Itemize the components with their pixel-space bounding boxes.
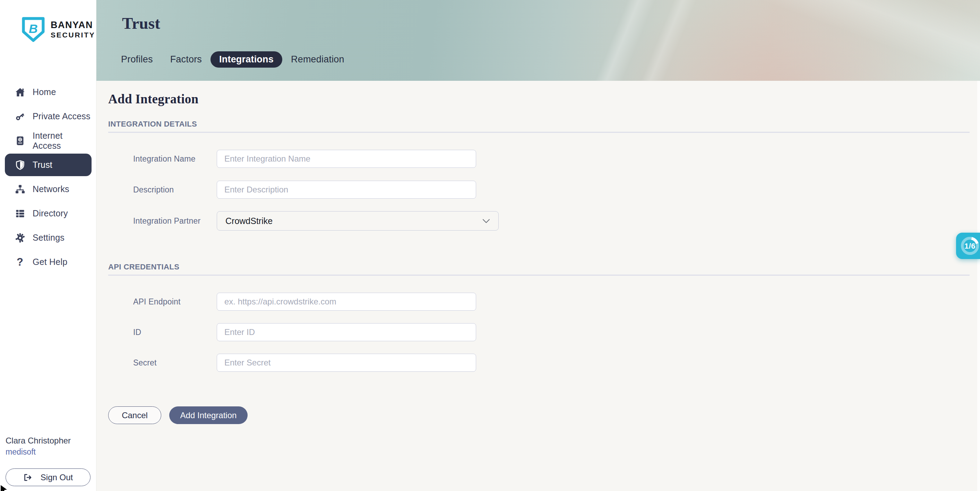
sidebar-nav: Home Private Access — [0, 81, 96, 275]
question-icon: ? — [14, 257, 25, 267]
sidebar-item-label: Home — [33, 87, 56, 97]
brand-line1: BANYAN — [51, 21, 95, 30]
sidebar-item-settings[interactable]: Settings — [5, 226, 92, 249]
integration-partner-selected-value: CrowdStrike — [225, 216, 272, 226]
section-heading-integration-details: INTEGRATION DETAILS — [108, 120, 970, 133]
integration-partner-select[interactable]: CrowdStrike — [217, 211, 499, 230]
sidebar-item-directory[interactable]: Directory — [5, 202, 92, 225]
tour-progress-badge[interactable]: 1/6 — [956, 233, 980, 259]
banyan-logo[interactable]: B BANYAN SECURITY — [21, 16, 95, 43]
secret-input[interactable] — [217, 354, 476, 372]
scrollbar-track[interactable] — [977, 81, 980, 491]
id-label: ID — [133, 328, 217, 337]
svg-text:B: B — [29, 22, 38, 36]
sidebar-item-label: Get Help — [33, 257, 67, 267]
sidebar-item-home[interactable]: Home — [5, 81, 92, 103]
tab-profiles[interactable]: Profiles — [112, 51, 162, 68]
page-title: Add Integration — [108, 92, 980, 106]
api-endpoint-label: API Endpoint — [133, 297, 217, 307]
sidebar-item-label: Private Access — [33, 111, 91, 121]
sign-out-button[interactable]: Sign Out — [6, 469, 91, 486]
description-label: Description — [133, 185, 217, 194]
form-row-integration-partner: Integration Partner CrowdStrike — [133, 211, 980, 230]
main-area: Trust Profiles Factors Integrations Reme… — [96, 0, 980, 491]
shield-icon — [14, 159, 25, 170]
user-name: Clara Christopher — [6, 436, 92, 446]
integration-name-input[interactable] — [217, 150, 476, 168]
secret-label: Secret — [133, 358, 217, 367]
section-heading-api-credentials: API CREDENTIALS — [108, 262, 970, 276]
app-window: B BANYAN SECURITY Home — [0, 0, 980, 491]
passport-icon — [14, 135, 25, 146]
tab-remediation[interactable]: Remediation — [282, 51, 353, 68]
tab-factors[interactable]: Factors — [162, 51, 210, 68]
page-header-title: Trust — [122, 14, 160, 33]
sidebar-item-trust[interactable]: Trust — [5, 154, 92, 176]
sidebar-item-private-access[interactable]: Private Access — [5, 105, 92, 128]
sidebar-item-label: Internet Access — [33, 131, 92, 151]
banyan-shield-logo-icon: B — [21, 16, 46, 43]
network-icon — [14, 184, 25, 194]
form-row-id: ID — [133, 323, 980, 341]
sidebar-item-get-help[interactable]: ? Get Help — [5, 251, 92, 273]
id-input[interactable] — [217, 323, 476, 341]
form-row-api-endpoint: API Endpoint — [133, 292, 980, 311]
cancel-button[interactable]: Cancel — [108, 407, 161, 424]
banyan-logo-text: BANYAN SECURITY — [51, 21, 95, 38]
sidebar-item-networks[interactable]: Networks — [5, 178, 92, 200]
add-integration-button[interactable]: Add Integration — [169, 407, 248, 424]
gear-icon — [14, 232, 25, 243]
sidebar-item-label: Trust — [33, 160, 52, 170]
tab-bar: Profiles Factors Integrations Remediatio… — [112, 51, 353, 68]
sidebar-item-label: Settings — [33, 233, 65, 243]
tour-progress-label: 1/6 — [963, 242, 978, 251]
sidebar-item-label: Directory — [33, 208, 68, 218]
tab-integrations[interactable]: Integrations — [210, 51, 282, 68]
content-area: Add Integration INTEGRATION DETAILS Inte… — [96, 81, 980, 491]
form-row-description: Description — [133, 181, 980, 199]
key-icon — [14, 111, 25, 122]
chevron-down-icon — [482, 219, 490, 223]
description-input[interactable] — [217, 181, 476, 199]
form-row-secret: Secret — [133, 354, 980, 372]
integration-name-label: Integration Name — [133, 154, 217, 164]
form-actions: Cancel Add Integration — [108, 407, 980, 424]
sign-out-icon — [23, 473, 32, 482]
sidebar-item-internet-access[interactable]: Internet Access — [5, 129, 92, 152]
sign-out-label: Sign Out — [41, 473, 73, 482]
user-org-link[interactable]: medisoft — [6, 447, 92, 457]
api-endpoint-input[interactable] — [217, 292, 476, 311]
directory-icon — [14, 208, 25, 219]
brand-line2: SECURITY — [51, 31, 95, 38]
sidebar-item-label: Networks — [33, 184, 69, 194]
home-icon — [14, 87, 25, 97]
form-row-integration-name: Integration Name — [133, 150, 980, 168]
page-banner: Trust Profiles Factors Integrations Reme… — [96, 0, 980, 81]
sidebar: B BANYAN SECURITY Home — [0, 0, 96, 491]
user-block: Clara Christopher medisoft Sign Out — [6, 436, 92, 486]
integration-partner-label: Integration Partner — [133, 216, 217, 226]
